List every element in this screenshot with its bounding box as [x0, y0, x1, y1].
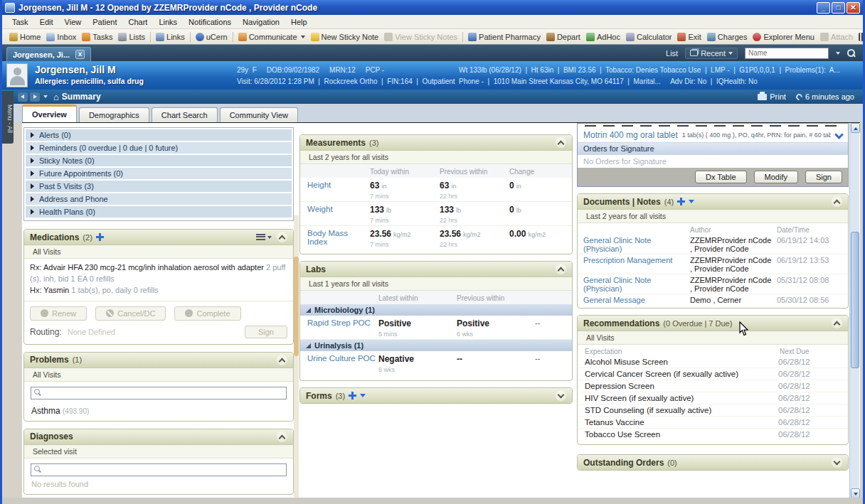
add-document-icon[interactable]: [677, 198, 685, 205]
toolbar-links[interactable]: Links: [153, 32, 188, 42]
measurements-header[interactable]: Measurements (3): [300, 135, 572, 151]
collapse-chevron-icon[interactable]: [277, 431, 287, 442]
toolbar-inbox[interactable]: Inbox: [43, 32, 79, 42]
main-vertical-scrollbar[interactable]: [849, 123, 859, 498]
recommendations-header[interactable]: Recommendations (0 Overdue | 7 Due): [578, 316, 848, 331]
documents-header[interactable]: Documents | Notes (4): [578, 194, 848, 210]
recommendation-row[interactable]: Cervical Cancer Screen (if sexually acti…: [578, 368, 848, 380]
patient-tab-close-icon[interactable]: x: [75, 50, 85, 59]
forward-arrow-icon[interactable]: [30, 92, 40, 102]
add-form-icon[interactable]: [349, 392, 356, 400]
diagnoses-filter[interactable]: Selected visit: [24, 445, 293, 459]
problems-header[interactable]: Problems (1): [24, 353, 293, 368]
complete-button[interactable]: Complete: [174, 306, 240, 321]
tab-overview[interactable]: Overview: [22, 104, 77, 122]
forms-header[interactable]: Forms (3): [300, 388, 572, 403]
menu-view[interactable]: View: [59, 16, 87, 28]
toolbar-adhoc[interactable]: AdHoc: [583, 32, 623, 42]
sign-button[interactable]: Sign: [805, 171, 842, 183]
quick-link-reminders[interactable]: Reminders (0 overdue | 0 due | 0 future): [26, 142, 292, 154]
document-row[interactable]: General Clinic Note (Physician) ZZEMRPro…: [578, 235, 848, 254]
expand-chevron-icon[interactable]: [556, 390, 566, 401]
scroll-down-arrow[interactable]: [851, 488, 860, 498]
medications-sign-button[interactable]: Sign: [245, 326, 287, 338]
menu-chart[interactable]: Chart: [123, 16, 154, 28]
tab-chart-search[interactable]: Chart Search: [152, 107, 218, 122]
print-button[interactable]: Print: [758, 92, 786, 101]
medication-row[interactable]: Hx: Yasmin 1 tab(s), po, daily 0 refills: [30, 285, 287, 296]
toolbar-explorer-menu[interactable]: Explorer Menu: [750, 32, 817, 42]
lab-row-urine-culture[interactable]: Urine Culture POC Negative6 wks -- --: [300, 351, 572, 375]
toolbar-new-sticky-note[interactable]: New Sticky Note: [308, 32, 382, 42]
toolbar-communicate[interactable]: Communicate: [235, 32, 308, 42]
nav-history-caret[interactable]: [43, 95, 48, 98]
search-icon[interactable]: [847, 49, 856, 58]
toolbar-tasks[interactable]: Tasks: [79, 32, 115, 42]
renew-button[interactable]: Renew: [30, 306, 87, 321]
menu-navigation[interactable]: Navigation: [237, 16, 285, 28]
forms-dropdown-caret[interactable]: [360, 394, 366, 397]
patient-search-input[interactable]: [745, 48, 829, 59]
recommendation-row[interactable]: HIV Screen (if sexually active)06/28/12: [578, 392, 848, 404]
problems-search-input[interactable]: [31, 387, 287, 400]
left-scrollbar-thumb[interactable]: [294, 257, 299, 356]
menu-patient[interactable]: Patient: [87, 16, 122, 28]
recent-button[interactable]: Recent: [685, 48, 738, 59]
toolbar-depart[interactable]: Depart: [543, 32, 583, 42]
measurement-row-height[interactable]: Height 63 in7 mins 63 in22 hrs 0 in: [300, 178, 572, 202]
close-button[interactable]: ✕: [847, 2, 860, 14]
modify-button[interactable]: Modify: [754, 171, 798, 183]
labs-header[interactable]: Labs: [300, 262, 572, 277]
diagnoses-header[interactable]: Diagnoses: [24, 429, 293, 445]
quick-link-sticky-notes[interactable]: Sticky Notes (0): [26, 155, 292, 166]
document-row[interactable]: Prescription Management ZZEMRProvider nC…: [578, 254, 848, 274]
outstanding-orders-header[interactable]: Outstanding Orders (0): [578, 455, 848, 470]
toolbar-lists[interactable]: Lists: [115, 32, 148, 42]
recommendation-row[interactable]: STD Counseling (if sexually active)06/28…: [578, 404, 848, 417]
scroll-up-arrow[interactable]: [851, 123, 860, 133]
list-button[interactable]: List: [666, 49, 678, 58]
document-row[interactable]: General Clinic Note (Physician) ZZEMRPro…: [578, 274, 848, 294]
collapse-chevron-icon[interactable]: [832, 196, 842, 207]
recommendation-row[interactable]: Depression Screen06/28/12: [578, 380, 848, 392]
measurements-filter[interactable]: Last 2 years for all visits: [300, 151, 572, 164]
medication-row[interactable]: Rx: Advair HFA 230 mcg-21 mcg/inh inhala…: [30, 262, 287, 285]
toolbar-exit[interactable]: Exit: [674, 32, 704, 42]
tab-demographics[interactable]: Demographics: [79, 107, 149, 122]
collapse-chevron-icon[interactable]: [556, 137, 566, 148]
problems-filter[interactable]: All Visits: [24, 368, 293, 382]
toolbar-charges[interactable]: Charges: [704, 32, 750, 42]
menu-notifications[interactable]: Notifications: [183, 16, 237, 28]
menu-help[interactable]: Help: [285, 16, 313, 28]
order-expand-chevron-icon[interactable]: [835, 132, 842, 139]
back-arrow-icon[interactable]: [18, 92, 28, 102]
recommendation-row[interactable]: Tobacco Use Screen06/28/12: [578, 429, 848, 440]
menu-links[interactable]: Links: [153, 16, 183, 28]
quick-link-health-plans[interactable]: Health Plans (0): [26, 206, 292, 218]
measurement-row-weight[interactable]: Weight 133 lb7 mins 133 lb22 hrs 0 lb: [300, 202, 572, 226]
summary-home-icon[interactable]: ⌂: [53, 92, 59, 102]
cancel-dc-button[interactable]: Cancel/DC: [95, 306, 166, 321]
menu-edit[interactable]: Edit: [34, 16, 59, 28]
quick-link-future-appointments[interactable]: Future Appointments (0): [26, 168, 292, 179]
toolbar-ucern[interactable]: uCern: [193, 32, 230, 42]
toolbar-home[interactable]: Home: [6, 32, 43, 42]
collapse-chevron-icon[interactable]: [277, 355, 287, 365]
diagnoses-search-input[interactable]: [31, 463, 287, 476]
documents-filter[interactable]: Last 2 years for all visits: [578, 210, 848, 223]
menu-task[interactable]: Task: [6, 16, 34, 28]
document-row[interactable]: General Message Demo , Cerner 05/30/12 0…: [578, 294, 848, 305]
recommendation-row[interactable]: Alcohol Misuse Screen06/28/12: [578, 356, 848, 368]
labs-filter[interactable]: Last 1 years for all visits: [300, 277, 572, 291]
order-row-motrin[interactable]: Motrin 400 mg oral tablet 1 tab(s) ( 400…: [578, 128, 848, 142]
collapse-chevron-icon[interactable]: [556, 264, 566, 274]
menu-side-tab[interactable]: Menu - All: [2, 91, 14, 144]
toolbar-patient-pharmacy[interactable]: Patient Pharmacy: [465, 32, 543, 42]
add-medication-icon[interactable]: [96, 233, 104, 241]
minimize-button[interactable]: _: [817, 2, 830, 14]
toolbar-calculator[interactable]: Calculator: [623, 32, 675, 42]
labs-group-urinalysis[interactable]: Urinalysis (1): [300, 340, 572, 351]
lab-row-rapid-strep[interactable]: Rapid Strep POC Positive5 mins Positive6…: [300, 316, 572, 340]
collapse-chevron-icon[interactable]: [832, 318, 842, 328]
expand-chevron-icon[interactable]: [832, 457, 842, 468]
